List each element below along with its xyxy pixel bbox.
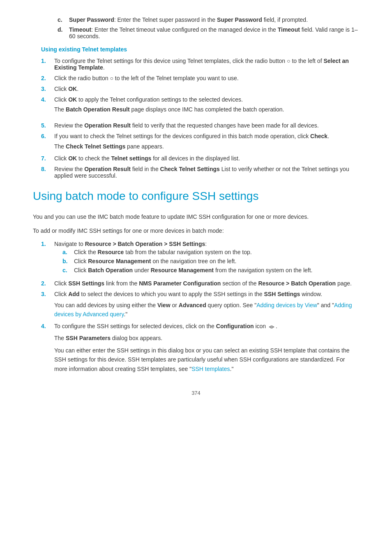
ssh-step-4-subpara1: The SSH Parameters dialog box appears. [54, 334, 359, 343]
alpha-label-c: c. [58, 16, 66, 23]
page-number: 374 [191, 390, 201, 396]
svg-point-2 [273, 326, 274, 327]
step-5-num: 5. [41, 122, 51, 129]
top-alpha-list: c. Super Password: Enter the Telnet supe… [33, 16, 359, 39]
sub-label-a: a. [62, 249, 71, 255]
step-7-num: 7. [41, 155, 51, 162]
step-2-num: 2. [41, 75, 51, 81]
ssh-step-2-content: Click SSH Settings link from the NMS Par… [54, 280, 359, 287]
step-4-content: Click OK to apply the Telnet configurati… [54, 96, 359, 118]
intro-para-2: To add or modify IMC SSH settings for on… [33, 226, 359, 235]
ssh-step-1b: b. Click Resource Management on the navi… [54, 258, 359, 264]
sub-content-a: Click the Resource tab from the tabular … [74, 249, 252, 255]
step-7: 7. Click OK to check the Telnet settings… [33, 155, 359, 162]
ssh-step-2: 2. Click SSH Settings link from the NMS … [33, 280, 359, 287]
step-1-content: To configure the Telnet settings for thi… [54, 58, 359, 71]
step-6-content: If you want to check the Telnet settings… [54, 133, 359, 151]
link-ssh-templates[interactable]: SSH templates [191, 366, 230, 372]
page-content: c. Super Password: Enter the Telnet supe… [33, 16, 359, 373]
alpha-content-d: Timeout: Enter the Telnet timeout value … [69, 26, 359, 39]
ssh-step-3-num: 3. [41, 291, 51, 319]
alpha-item-c: c. Super Password: Enter the Telnet supe… [33, 16, 359, 23]
step-6: 6. If you want to check the Telnet setti… [33, 133, 359, 151]
ssh-step-1-content: Navigate to Resource > Batch Operation >… [54, 241, 359, 276]
step-8-content: Review the Operation Result field in the… [54, 166, 359, 179]
ssh-step-1c: c. Click Batch Operation under Resource … [54, 267, 359, 273]
step-5: 5. Review the Operation Result field to … [33, 122, 359, 129]
sub-label-c: c. [62, 267, 71, 273]
ssh-step-1-num: 1. [41, 241, 51, 276]
subheading-using-existing: Using existing Telnet templates [33, 46, 359, 53]
ssh-step-1a: a. Click the Resource tab from the tabul… [54, 249, 359, 255]
section-title-ssh: Using batch mode to configure SSH settin… [33, 189, 359, 204]
ssh-step-4: 4. To configure the SSH settings for sel… [33, 323, 359, 373]
ssh-step-1-sublist: a. Click the Resource tab from the tabul… [54, 249, 359, 273]
step-2-content: Click the radio button ○ to the left of … [54, 75, 359, 81]
alpha-content-c: Super Password: Enter the Telnet super p… [69, 16, 308, 23]
ssh-step-3-content: Click Add to select the devices to which… [54, 291, 359, 319]
ssh-step-2-num: 2. [41, 280, 51, 287]
ssh-step-4-content: To configure the SSH settings for select… [54, 323, 359, 373]
step-8: 8. Review the Operation Result field in … [33, 166, 359, 179]
step-6-num: 6. [41, 133, 51, 151]
intro-para-1: You and you can use the IMC batch mode f… [33, 212, 359, 221]
step-4: 4. Click OK to apply the Telnet configur… [33, 96, 359, 118]
ssh-step-4-num: 4. [41, 323, 51, 373]
step-2: 2. Click the radio button ○ to the left … [33, 75, 359, 81]
ssh-step-4-subpara2: You can either enter the SSH settings in… [54, 346, 359, 373]
svg-point-3 [269, 326, 270, 327]
using-existing-list: 1. To configure the Telnet settings for … [33, 58, 359, 179]
ssh-steps-list: 1. Navigate to Resource > Batch Operatio… [33, 241, 359, 374]
step-5-content: Review the Operation Result field to ver… [54, 122, 359, 129]
configuration-icon [268, 324, 275, 330]
step-1-num: 1. [41, 58, 51, 71]
step-1: 1. To configure the Telnet settings for … [33, 58, 359, 71]
ssh-step-3: 3. Click Add to select the devices to wh… [33, 291, 359, 319]
svg-point-1 [271, 326, 272, 327]
ssh-step-3-subpara: You can add devices by using either the … [54, 301, 359, 319]
step-4-subpara: The Batch Operation Result page displays… [54, 105, 359, 114]
link-adding-by-view[interactable]: Adding devices by View [256, 302, 317, 308]
sub-label-b: b. [62, 258, 71, 264]
sub-content-c: Click Batch Operation under Resource Man… [74, 267, 312, 273]
page-footer: 374 [33, 390, 359, 396]
step-6-subpara: The Check Telnet Settings pane appears. [54, 142, 359, 151]
step-3-content: Click OK. [54, 86, 359, 92]
alpha-item-d: d. Timeout: Enter the Telnet timeout val… [33, 26, 359, 39]
ssh-step-1: 1. Navigate to Resource > Batch Operatio… [33, 241, 359, 276]
step-4-num: 4. [41, 96, 51, 118]
alpha-label-d: d. [58, 26, 66, 39]
step-3-num: 3. [41, 86, 51, 92]
sub-content-b: Click Resource Management on the navigat… [74, 258, 236, 264]
step-8-num: 8. [41, 166, 51, 179]
step-7-content: Click OK to check the Telnet settings fo… [54, 155, 359, 162]
step-3: 3. Click OK. [33, 86, 359, 92]
